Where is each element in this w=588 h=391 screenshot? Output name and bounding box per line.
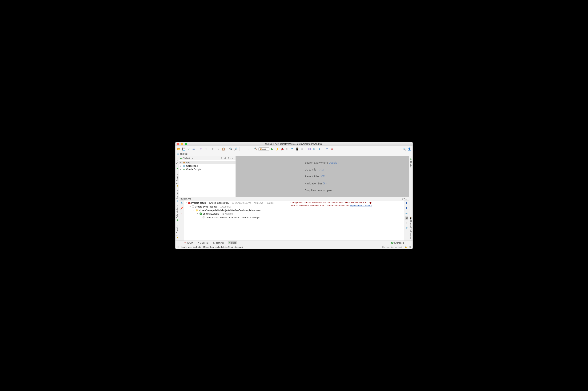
memory-icon[interactable]: ◑ (409, 246, 411, 248)
breadcrumb-root[interactable]: android (180, 153, 188, 155)
expand-icon[interactable]: ▶ (180, 162, 182, 164)
paste-icon[interactable]: 📋 (221, 147, 225, 151)
hide-icon[interactable]: ⇤ (231, 157, 234, 160)
rail-tab-device-explorer[interactable]: 📱Device File Explorer (410, 215, 412, 241)
cut-icon[interactable]: ✂ (211, 147, 215, 151)
expand-icon[interactable]: ▶ (180, 168, 182, 170)
undo-icon[interactable]: ↶ (199, 147, 203, 151)
tab-logcat[interactable]: ≡6: Logcat (197, 241, 210, 244)
stop-icon[interactable]: ■ (300, 147, 304, 151)
build-file-row[interactable]: ▼ G app/build.gradle (1 warning) (185, 212, 288, 215)
profile-icon[interactable]: ⏱ (285, 147, 289, 151)
expand-icon[interactable]: ▶ (180, 165, 182, 167)
build-root-status: synced successfully (209, 201, 229, 204)
status-icon[interactable]: ▢ (177, 246, 179, 248)
build-detail-row[interactable]: ⓘ Configuration 'compile' is obsolete an… (185, 215, 288, 219)
tab-event-log[interactable]: 1Event Log (390, 241, 405, 244)
build-right-gutter: ⬆ ⬇ ⇄ ▣ ⎙ 🗑 (404, 200, 409, 241)
zoom-in-icon[interactable]: 🔍 (229, 147, 233, 151)
project-tree[interactable]: ▶ ▣ app ▶ ▥ CordovaLib ▶ ◉ Gradle Sc (179, 160, 236, 197)
rail-tab-build-variants[interactable]: ◆Build Variants (176, 204, 179, 223)
tree-label: Gradle Scripts (186, 168, 201, 171)
search-icon[interactable]: 🔍 (402, 147, 406, 151)
lock-icon[interactable]: 🔓 (404, 246, 407, 248)
rail-tab-favorites[interactable]: ★2: Favorites (176, 223, 179, 241)
sync-icon[interactable]: ⟳ (187, 147, 191, 151)
window-title: android [~/MyProjects/WeVoteCordova/plat… (176, 143, 412, 145)
collapse-icon[interactable]: ⇊ (224, 157, 227, 160)
sdk-icon[interactable]: ⊞ (312, 147, 317, 151)
main-body: ◆1: Project ⊞7: Structure ◎Captures ◆Bui… (176, 156, 412, 241)
build-left-gutter: ⚗ 📌 ✕ (179, 200, 184, 241)
breadcrumb-bar: ▤ android 〉 (176, 152, 412, 156)
gear-icon[interactable]: ⚙▾ (401, 197, 404, 200)
download-icon[interactable]: ⬇ (317, 147, 322, 151)
rail-tab-project[interactable]: ◆1: Project (176, 156, 179, 172)
apply-changes-icon[interactable]: ⚡ (275, 147, 279, 151)
trash-icon[interactable]: 🗑 (405, 226, 408, 229)
build-console[interactable]: Configuration 'compile' is obsolete and … (289, 200, 404, 241)
build-duration: 902ms (267, 201, 274, 204)
rail-tab-structure[interactable]: ⊞7: Structure (176, 172, 179, 189)
close-window-button[interactable] (177, 143, 179, 145)
forward-icon[interactable]: → (246, 147, 250, 151)
build-path: /Users/stevepodell/MyProjects/WeVoteCord… (199, 209, 261, 212)
zoom-window-button[interactable] (185, 143, 187, 145)
console-line: It will be removed at the end of 2018. F… (291, 204, 350, 207)
debug-icon[interactable]: 🐞 (280, 147, 284, 151)
tab-build[interactable]: ⬇Build (228, 241, 237, 244)
close-icon[interactable]: ✕ (180, 211, 183, 214)
up-icon[interactable]: ⬆ (405, 201, 408, 205)
back-icon[interactable]: ← (241, 147, 245, 151)
tree-item-app[interactable]: ▶ ▣ app (179, 161, 236, 164)
redo-icon[interactable]: ↷ (204, 147, 208, 151)
project-view-label: Android (183, 157, 190, 159)
open-icon[interactable]: 📂 (177, 147, 181, 151)
build-path-row[interactable]: ▼ 📁 /Users/stevepodell/MyProjects/WeVote… (185, 209, 288, 212)
zoom-out-icon[interactable]: 🔎 (234, 147, 238, 151)
tree-label: CordovaLib (186, 165, 198, 167)
status-context[interactable]: Context: <no context> (382, 246, 403, 248)
scroll-icon[interactable]: ▣ (405, 216, 408, 219)
hide-icon[interactable]: ⤓ (404, 197, 407, 200)
editor-empty-state[interactable]: Search Everywhere Double ⇧ Go to File ⇧⌘… (236, 156, 409, 197)
coverage-icon[interactable]: ◔ (290, 147, 294, 151)
help-icon[interactable]: ? (325, 147, 329, 151)
hint-label: Go to File (305, 168, 316, 171)
gear-icon[interactable]: ⚙▾ (227, 157, 231, 160)
terminal-icon: ▢ (213, 241, 215, 244)
tree-item-gradle-scripts[interactable]: ▶ ◉ Gradle Scripts (179, 168, 236, 171)
make-icon[interactable]: 🔨 (254, 147, 258, 151)
build-tree[interactable]: ▼ ⬤ Project setup: synced successfully a… (184, 200, 289, 241)
chevron-down-icon[interactable]: ▾ (191, 157, 194, 160)
build-issues-row[interactable]: ▼ ⓘ Gradle Sync Issues: (1 warning) (185, 205, 288, 209)
filter-icon[interactable]: ⚗ (180, 201, 183, 205)
save-icon[interactable]: 💾 (182, 147, 186, 151)
console-link[interactable]: http://d.android.com/r/to (350, 204, 372, 207)
pin-icon[interactable]: 📌 (180, 206, 183, 210)
run-config-selector[interactable]: ▣ app (258, 147, 269, 151)
tab-todo[interactable]: ✎TODO (183, 241, 194, 244)
print-icon[interactable]: ⎙ (405, 221, 408, 224)
module-folder-icon: ▣ (183, 161, 185, 164)
rail-tab-gradle[interactable]: ◉Gradle (410, 156, 412, 169)
avd-icon[interactable]: ▥ (307, 147, 312, 151)
tree-item-cordovalib[interactable]: ▶ ▥ CordovaLib (179, 164, 236, 168)
minimize-window-button[interactable] (181, 143, 183, 145)
reload-icon[interactable]: ⇆ (192, 147, 196, 151)
copy-icon[interactable]: ⿻ (216, 147, 220, 151)
shortcut: ⇧⌘O (317, 168, 324, 171)
rail-tab-captures[interactable]: ◎Captures (176, 189, 179, 204)
attach-icon[interactable]: 📱 (295, 147, 299, 151)
user-icon[interactable]: 👤 (407, 147, 411, 151)
center-column: ◆ Android ▾ ⊕ ⇊ ⚙▾ ⇤ ▶ ▣ app (179, 156, 409, 241)
settings-icon[interactable]: ▦ (330, 147, 334, 151)
run-icon[interactable]: ▶ (270, 147, 274, 151)
target-icon[interactable]: ⊕ (220, 157, 223, 160)
tab-terminal[interactable]: ▢Terminal (212, 241, 225, 244)
folder-icon: 📁 (196, 209, 198, 212)
build-root-row[interactable]: ▼ ⬤ Project setup: synced successfully a… (185, 201, 288, 205)
wrap-icon[interactable]: ⇄ (405, 211, 408, 214)
down-icon[interactable]: ⬇ (405, 206, 408, 210)
logcat-icon: ≡ (198, 242, 199, 244)
